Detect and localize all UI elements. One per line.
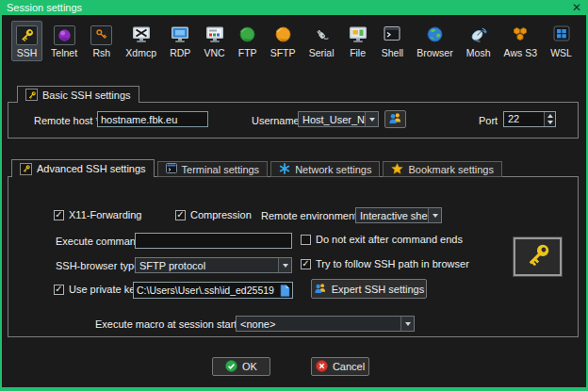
- session-type-label: Shell: [382, 47, 403, 58]
- checkbox-check-icon: ✓: [54, 285, 64, 295]
- session-type-xdmcp[interactable]: Xdmcp: [121, 21, 161, 61]
- chevron-down-icon[interactable]: [400, 317, 414, 331]
- x11-forwarding-label: X11-Forwarding: [69, 209, 141, 220]
- orange-keys-icon: [90, 25, 112, 45]
- tab-label: Bookmark settings: [408, 164, 493, 175]
- macro-select[interactable]: <none>: [236, 316, 415, 332]
- ok-button[interactable]: OK: [212, 357, 270, 376]
- ok-label: OK: [242, 361, 257, 372]
- follow-ssh-path-checkbox[interactable]: ✓ Try to follow SSH path in browser: [301, 258, 469, 269]
- use-private-key-label: Use private key: [69, 284, 140, 295]
- session-type-ssh[interactable]: SSH: [11, 21, 42, 61]
- session-type-label: Mosh: [466, 47, 491, 58]
- port-value: 22: [504, 112, 544, 126]
- user-add-icon: [388, 112, 402, 126]
- session-type-label: Xdmcp: [125, 47, 156, 58]
- key-icon: [16, 25, 38, 45]
- session-type-wsl[interactable]: WSL: [546, 21, 577, 61]
- key-icon: [25, 89, 38, 101]
- monitor-x-icon: [131, 25, 152, 45]
- session-type-aws-s3[interactable]: Aws S3: [499, 21, 542, 61]
- x11-forwarding-checkbox[interactable]: ✓ X11-Forwarding: [54, 209, 141, 220]
- checkbox-check-icon: ✓: [175, 210, 186, 220]
- star-icon: [391, 163, 403, 176]
- monitor-blue-icon: [170, 25, 190, 45]
- no-exit-label: Do not exit after command ends: [316, 234, 463, 245]
- remote-environment-value: Interactive shell: [356, 210, 428, 221]
- key-icon: [524, 241, 552, 273]
- execute-command-input[interactable]: [135, 233, 292, 249]
- tab-bookmark-settings[interactable]: Bookmark settings: [383, 161, 501, 177]
- session-type-serial[interactable]: Serial: [304, 21, 339, 61]
- cancel-label: Cancel: [333, 361, 365, 372]
- basic-tab-label: Basic SSH settings: [42, 90, 131, 101]
- session-type-shell[interactable]: Shell: [377, 21, 408, 61]
- session-settings-dialog: Session settings ✕ SSH Telnet Rsh Xdmcp …: [0, 0, 588, 391]
- terminal-settings-icon: [166, 163, 177, 175]
- expert-ssh-settings-button[interactable]: Expert SSH settings: [311, 279, 427, 299]
- user-add-icon: [314, 283, 327, 296]
- session-type-label: Serial: [309, 47, 335, 58]
- tab-terminal-settings[interactable]: Terminal settings: [157, 161, 269, 177]
- window-title: Session settings: [7, 0, 82, 15]
- spinner-arrows-icon[interactable]: [544, 112, 555, 126]
- globe-orange-icon: [274, 25, 292, 45]
- session-type-rdp[interactable]: RDP: [165, 21, 195, 61]
- manage-credentials-button[interactable]: [384, 110, 406, 128]
- cancel-button[interactable]: Cancel: [311, 357, 369, 376]
- session-type-label: File: [350, 47, 366, 58]
- tab-advanced-ssh-settings[interactable]: Advanced SSH settings: [11, 159, 155, 177]
- chevron-down-icon[interactable]: [278, 258, 291, 272]
- session-type-toolbar: SSH Telnet Rsh Xdmcp RDP VNC FTP: [11, 21, 577, 65]
- network-asterisk-icon: [279, 163, 290, 176]
- expert-ssh-settings-label: Expert SSH settings: [332, 284, 424, 295]
- chevron-down-icon[interactable]: [428, 208, 441, 222]
- remote-environment-label: Remote environment:: [261, 210, 360, 221]
- session-type-browser[interactable]: Browser: [412, 21, 458, 61]
- username-value: Host_User_Name: [299, 114, 365, 125]
- tab-network-settings[interactable]: Network settings: [270, 161, 380, 177]
- ssh-browser-type-value: SFTP protocol: [136, 260, 278, 271]
- tab-label: Advanced SSH settings: [37, 163, 146, 174]
- globe-green-icon: [238, 25, 256, 45]
- plug-icon: [312, 25, 331, 45]
- port-stepper[interactable]: 22: [503, 111, 556, 127]
- private-key-path-value: C:\Users\User\.ssh\id_ed25519: [134, 285, 280, 296]
- session-type-telnet[interactable]: Telnet: [46, 21, 82, 61]
- ssh-key-badge: [514, 237, 562, 276]
- satellite-dish-icon: [469, 25, 488, 45]
- session-type-label: Browser: [416, 47, 453, 58]
- ssh-browser-type-select[interactable]: SFTP protocol: [135, 257, 292, 273]
- session-type-vnc[interactable]: VNC: [199, 21, 229, 61]
- remote-host-input[interactable]: [97, 111, 208, 127]
- session-type-ftp[interactable]: FTP: [234, 21, 262, 61]
- ssh-browser-type-label: SSH-browser type:: [56, 260, 142, 271]
- advanced-ssh-settings-panel: [8, 176, 579, 337]
- session-type-rsh[interactable]: Rsh: [86, 21, 117, 61]
- monitor-vnc-icon: [204, 25, 225, 45]
- session-type-file[interactable]: File: [343, 21, 373, 61]
- no-exit-checkbox[interactable]: Do not exit after command ends: [301, 234, 463, 245]
- basic-ssh-settings-tab: Basic SSH settings: [17, 86, 139, 103]
- use-private-key-checkbox[interactable]: ✓ Use private key: [54, 284, 140, 295]
- checkbox-check-icon: ✓: [301, 259, 311, 269]
- compression-checkbox[interactable]: ✓ Compression: [175, 209, 252, 220]
- chevron-down-icon[interactable]: [365, 112, 378, 126]
- follow-ssh-path-label: Try to follow SSH path in browser: [316, 258, 469, 269]
- hexagon-cluster-icon: [511, 25, 530, 45]
- checkbox-check-icon: [301, 235, 311, 245]
- x-circle-icon: [316, 360, 328, 374]
- tab-label: Terminal settings: [182, 164, 260, 175]
- session-type-label: Telnet: [51, 47, 77, 58]
- title-bar: Session settings ✕: [0, 0, 588, 15]
- remote-environment-select[interactable]: Interactive shell: [355, 207, 442, 223]
- macro-value: <none>: [237, 318, 400, 330]
- document-icon[interactable]: [280, 285, 292, 297]
- session-type-mosh[interactable]: Mosh: [462, 21, 496, 61]
- username-select[interactable]: Host_User_Name: [298, 111, 379, 127]
- username-label: Username: [252, 115, 300, 126]
- session-type-sftp[interactable]: SFTP: [266, 21, 301, 61]
- key-icon: [20, 163, 32, 175]
- close-icon[interactable]: ✕: [572, 1, 581, 14]
- private-key-path-field[interactable]: C:\Users\User\.ssh\id_ed25519: [133, 282, 293, 299]
